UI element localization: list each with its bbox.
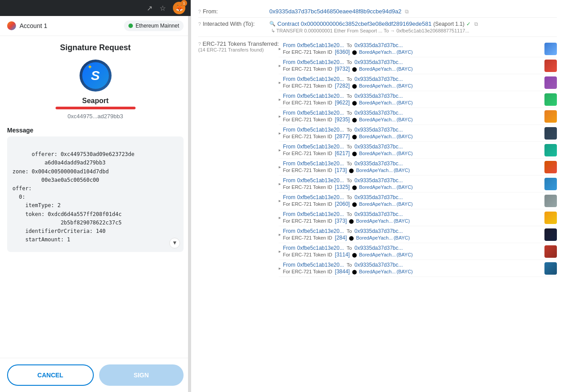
- token-thumbnail: [544, 262, 557, 275]
- token-to-address[interactable]: 0x9335da37d37bc...: [355, 127, 403, 133]
- erc721-help-icon[interactable]: ?: [198, 41, 201, 47]
- scroll-down-button[interactable]: ▼: [169, 238, 180, 248]
- token-contract-link[interactable]: BoredApeYach...: [359, 184, 396, 190]
- share-icon[interactable]: ↗: [147, 4, 152, 12]
- token-contract-link[interactable]: BoredApeYach...: [356, 168, 392, 173]
- token-thumbnail: [544, 245, 557, 258]
- network-status-dot: [128, 24, 133, 28]
- panel-scrollbar[interactable]: [188, 16, 191, 392]
- token-id[interactable]: [173]: [335, 167, 347, 173]
- token-to-address[interactable]: 0x9335da37d37bc...: [355, 262, 403, 268]
- token-from-address[interactable]: 0xfbe5c1ab13e20...: [297, 211, 344, 217]
- token-symbol: (BAYC): [396, 184, 412, 190]
- erc721-label-text: ERC-721 Tokens Transferred:: [203, 40, 279, 47]
- token-contract-link[interactable]: BoredApeYach...: [359, 100, 396, 105]
- token-to-address[interactable]: 0x9335da37d37bc...: [355, 194, 403, 200]
- token-from-label: From: [283, 76, 295, 82]
- token-row-content: From 0xfbe5c1ab13e20... To 0x9335da37d37…: [283, 177, 541, 190]
- token-row-content: From 0xfbe5c1ab13e20... To 0x9335da37d37…: [283, 127, 541, 140]
- from-address-link[interactable]: 0x9335da37d37bc5d46850eaee48f8b9ccbe94d9…: [269, 8, 401, 15]
- sign-button[interactable]: SIGN: [99, 364, 184, 386]
- token-contract-link[interactable]: BoredApeYach...: [356, 218, 392, 224]
- token-to-address[interactable]: 0x9335da37d37bc...: [355, 177, 403, 184]
- token-id[interactable]: [9622]: [335, 100, 350, 106]
- token-contract-link[interactable]: BoredApeYach...: [359, 269, 396, 274]
- token-contract-link[interactable]: BoredApeYach...: [359, 134, 396, 139]
- token-contract-link[interactable]: BoredApeYach...: [359, 49, 396, 55]
- token-id[interactable]: [6360]: [335, 49, 350, 55]
- contract-copy-icon[interactable]: ⧉: [474, 21, 478, 27]
- token-from-label: From: [283, 228, 295, 234]
- token-id[interactable]: [1325]: [335, 184, 350, 190]
- token-from-address[interactable]: 0xfbe5c1ab13e20...: [297, 93, 344, 99]
- token-to-label: To: [347, 262, 352, 268]
- token-from-address[interactable]: 0xfbe5c1ab13e20...: [297, 262, 344, 268]
- token-thumbnail: [544, 110, 557, 123]
- token-contract-link[interactable]: BoredApeYach...: [359, 252, 396, 257]
- token-to-address[interactable]: 0x9335da37d37bc...: [355, 42, 403, 48]
- interacted-help-icon[interactable]: ?: [198, 21, 201, 27]
- token-id[interactable]: [2877]: [335, 133, 350, 140]
- token-to-address[interactable]: 0x9335da37d37bc...: [355, 110, 403, 116]
- token-id[interactable]: [7282]: [335, 83, 350, 89]
- copy-icon[interactable]: ⧉: [405, 8, 409, 15]
- notification-badge: 1: [181, 0, 187, 6]
- token-from-address[interactable]: 0xfbe5c1ab13e20...: [297, 245, 344, 251]
- token-id-line: For ERC-721 Token ID [9732] ⬤ BoredApeYa…: [283, 66, 541, 72]
- token-row-content: From 0xfbe5c1ab13e20... To 0x9335da37d37…: [283, 59, 541, 72]
- token-to-address[interactable]: 0x9335da37d37bc...: [355, 160, 403, 167]
- token-contract-link[interactable]: BoredApeYach...: [359, 151, 396, 156]
- token-to-label: To: [347, 60, 352, 65]
- contract-zoom-icon[interactable]: 🔍: [269, 21, 276, 27]
- token-contract-link[interactable]: BoredApeYach...: [359, 83, 396, 88]
- token-id[interactable]: [9732]: [335, 66, 350, 72]
- message-content: offerer: 0xc4497530ad09e623723de a6d0a4d…: [12, 151, 135, 243]
- token-to-address[interactable]: 0x9335da37d37bc...: [355, 76, 403, 82]
- star-icon[interactable]: ☆: [160, 4, 166, 12]
- token-from-address[interactable]: 0xfbe5c1ab13e20...: [297, 42, 344, 48]
- token-to-address[interactable]: 0x9335da37d37bc...: [355, 228, 403, 234]
- token-contract-link[interactable]: BoredApeYach...: [356, 235, 392, 240]
- token-from-address[interactable]: 0xfbe5c1ab13e20...: [297, 110, 344, 116]
- token-id[interactable]: [3844]: [335, 268, 350, 275]
- token-to-address[interactable]: 0x9335da37d37bc...: [355, 144, 403, 150]
- token-from-label: From: [283, 177, 295, 184]
- token-from-address[interactable]: 0xfbe5c1ab13e20...: [297, 127, 344, 133]
- token-contract-link[interactable]: BoredApeYach...: [359, 201, 396, 207]
- token-from-address[interactable]: 0xfbe5c1ab13e20...: [297, 177, 344, 184]
- token-for-label: For ERC-721 Token ID: [283, 235, 332, 240]
- token-from-address[interactable]: 0xfbe5c1ab13e20...: [297, 194, 344, 200]
- contract-address-link[interactable]: Contract 0x00000000006c3852cbef3e08e8df2…: [277, 20, 432, 27]
- token-id[interactable]: [373]: [335, 218, 347, 224]
- token-contract-link[interactable]: BoredApeYach...: [359, 117, 396, 122]
- token-to-label: To: [347, 43, 352, 48]
- from-help-icon[interactable]: ?: [198, 9, 201, 14]
- token-id[interactable]: [3114]: [335, 252, 350, 258]
- token-for-label: For ERC-721 Token ID: [283, 66, 332, 72]
- token-from-address[interactable]: 0xfbe5c1ab13e20...: [297, 59, 344, 65]
- token-id[interactable]: [6217]: [335, 150, 350, 156]
- token-to-address[interactable]: 0x9335da37d37bc...: [355, 93, 403, 99]
- token-to-address[interactable]: 0x9335da37d37bc...: [355, 59, 403, 65]
- token-id[interactable]: [2060]: [335, 201, 350, 207]
- network-selector[interactable]: Ethereum Mainnet: [124, 20, 184, 31]
- token-to-address[interactable]: 0x9335da37d37bc...: [355, 245, 403, 251]
- token-transfer-line: From 0xfbe5c1ab13e20... To 0x9335da37d37…: [283, 194, 541, 200]
- token-id[interactable]: [284]: [335, 235, 347, 241]
- token-transfer-line: From 0xfbe5c1ab13e20... To 0x9335da37d37…: [283, 262, 541, 268]
- token-from-address[interactable]: 0xfbe5c1ab13e20...: [297, 76, 344, 82]
- message-box[interactable]: offerer: 0xc4497530ad09e623723de a6d0a4d…: [7, 136, 184, 252]
- token-contract-link[interactable]: BoredApeYach...: [359, 66, 396, 72]
- token-row-content: From 0xfbe5c1ab13e20... To 0x9335da37d37…: [283, 93, 541, 106]
- token-from-address[interactable]: 0xfbe5c1ab13e20...: [297, 228, 344, 234]
- token-from-address[interactable]: 0xfbe5c1ab13e20...: [297, 144, 344, 150]
- token-id[interactable]: [9235]: [335, 116, 350, 123]
- token-to-address[interactable]: 0x9335da37d37bc...: [355, 211, 403, 217]
- cancel-button[interactable]: CANCEL: [7, 364, 94, 386]
- token-from-address[interactable]: 0xfbe5c1ab13e20...: [297, 160, 344, 167]
- fox-icon[interactable]: 🦊 1: [173, 2, 185, 14]
- token-row-content: From 0xfbe5c1ab13e20... To 0x9335da37d37…: [283, 144, 541, 156]
- token-symbol: (BAYC): [396, 100, 412, 105]
- token-row-content: From 0xfbe5c1ab13e20... To 0x9335da37d37…: [283, 211, 541, 224]
- account-selector[interactable]: Account 1: [7, 21, 47, 30]
